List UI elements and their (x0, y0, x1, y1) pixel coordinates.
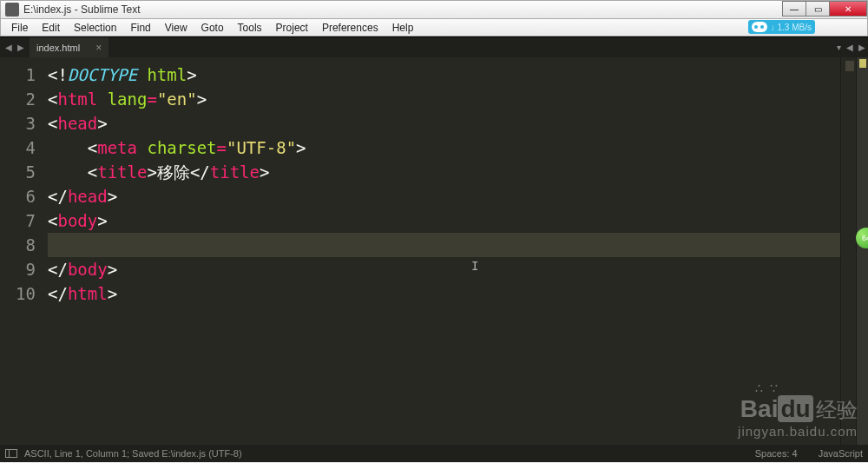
code-line-10: </html> (48, 281, 840, 306)
maximize-button[interactable]: ▭ (806, 1, 830, 17)
code-line-6: </head> (48, 184, 840, 208)
tab-scroll-right-icon[interactable]: ▶ (858, 43, 865, 52)
tab-scroll-left-icon[interactable]: ◀ (846, 43, 853, 52)
menu-selection[interactable]: Selection (67, 20, 123, 36)
code-line-4: <meta charset="UTF-8"> (48, 136, 840, 160)
line-number: 5 (0, 160, 36, 184)
tab-close-icon[interactable]: × (95, 42, 102, 54)
menu-find[interactable]: Find (123, 20, 157, 36)
minimize-button[interactable]: — (782, 1, 806, 17)
line-number: 6 (0, 184, 36, 208)
menu-preferences[interactable]: Preferences (315, 20, 385, 36)
nav-back-icon[interactable]: ◀ (5, 43, 12, 52)
line-number: 3 (0, 111, 36, 136)
tab-dropdown-icon[interactable]: ▾ (837, 43, 841, 52)
menu-tools[interactable]: Tools (231, 20, 269, 36)
line-number: 2 (0, 87, 36, 111)
cloud-icon (752, 22, 767, 32)
tab-index-html[interactable]: index.html × (30, 37, 108, 57)
text-cursor-icon: I (471, 259, 478, 273)
line-number-gutter: 1 2 3 4 5 6 7 8 9 10 (0, 57, 48, 445)
line-number: 1 (0, 63, 36, 87)
menu-view[interactable]: View (158, 20, 194, 36)
panel-toggle-icon[interactable] (5, 449, 17, 458)
status-language[interactable]: JavaScript (819, 448, 863, 459)
code-line-3: <head> (48, 111, 840, 136)
tab-row: ◀ ▶ index.html × ▾ ◀ ▶ (0, 36, 868, 57)
close-button[interactable]: ✕ (829, 1, 867, 17)
code-line-1: <!DOCTYPE html> (48, 63, 840, 87)
line-number: 4 (0, 136, 36, 160)
app-icon (5, 3, 19, 17)
code-line-2: <html lang="en"> (48, 87, 840, 111)
status-info: ASCII, Line 1, Column 1; Saved E:\index.… (24, 448, 242, 459)
status-spaces[interactable]: Spaces: 4 (755, 448, 798, 459)
menu-bar: File Edit Selection Find View Goto Tools… (0, 19, 868, 36)
menu-file[interactable]: File (4, 20, 35, 36)
nav-forward-icon[interactable]: ▶ (17, 43, 24, 52)
tab-history-nav: ◀ ▶ (0, 37, 30, 57)
network-speed: ↓ 1.3 MB/s (771, 23, 812, 32)
status-bar: ASCII, Line 1, Column 1; Saved E:\index.… (0, 445, 868, 462)
menu-project[interactable]: Project (269, 20, 315, 36)
window-title: E:\index.js - Sublime Text (23, 3, 867, 16)
tab-label: index.html (36, 43, 80, 53)
code-line-9: </body> (48, 257, 840, 281)
menu-help[interactable]: Help (385, 20, 421, 36)
window-controls: — ▭ ✕ (783, 1, 867, 18)
network-speed-badge: ↓ 1.3 MB/s (748, 20, 815, 34)
code-line-7: <body> (48, 208, 840, 233)
editor: 1 2 3 4 5 6 7 8 9 10 <!DOCTYPE html> <ht… (0, 57, 868, 445)
code-line-8 (48, 233, 840, 257)
tab-scroll-nav: ▾ ◀ ▶ (833, 37, 868, 57)
code-area[interactable]: <!DOCTYPE html> <html lang="en"> <head> … (48, 57, 840, 445)
menu-edit[interactable]: Edit (35, 20, 67, 36)
minimap-content (845, 61, 854, 71)
line-number: 9 (0, 257, 36, 281)
line-number: 10 (0, 281, 36, 306)
scroll-marker (859, 59, 866, 68)
scrollbar[interactable] (856, 57, 868, 445)
line-number: 7 (0, 208, 36, 233)
window-title-bar: E:\index.js - Sublime Text — ▭ ✕ (0, 0, 868, 19)
line-number: 8 (0, 233, 36, 257)
minimap[interactable] (840, 57, 856, 445)
menu-goto[interactable]: Goto (194, 20, 231, 36)
code-line-5: <title>移除</title> (48, 160, 840, 184)
